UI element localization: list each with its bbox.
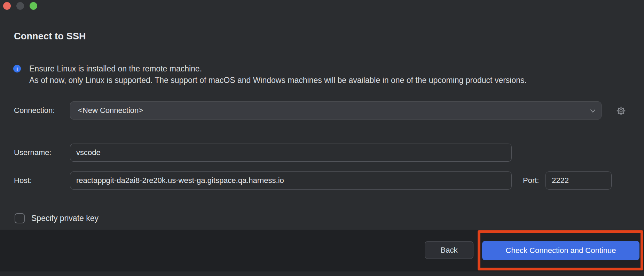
gear-icon bbox=[616, 106, 626, 117]
window-minimize-button[interactable] bbox=[16, 2, 24, 10]
window-close-button[interactable] bbox=[3, 2, 11, 10]
connection-dropdown-value: <New Connection> bbox=[70, 106, 143, 115]
check-connection-and-continue-button[interactable]: Check Connection and Continue bbox=[482, 241, 639, 260]
port-input[interactable] bbox=[545, 171, 612, 190]
username-label: Username: bbox=[14, 144, 52, 162]
port-label: Port: bbox=[523, 171, 539, 190]
info-line-2: As of now, only Linux is supported. The … bbox=[29, 75, 527, 86]
connection-dropdown[interactable]: <New Connection> bbox=[70, 101, 602, 120]
connection-label: Connection: bbox=[14, 101, 55, 120]
host-label: Host: bbox=[14, 171, 32, 190]
username-input[interactable] bbox=[70, 144, 512, 162]
info-line-1: Ensure Linux is installed on the remote … bbox=[29, 63, 527, 75]
chevron-down-icon bbox=[589, 107, 596, 114]
host-input[interactable] bbox=[70, 171, 512, 190]
window-bottom-edge bbox=[0, 271, 644, 276]
specify-private-key-label: Specify private key bbox=[31, 213, 99, 224]
connection-settings-button[interactable] bbox=[616, 106, 626, 117]
info-banner: Ensure Linux is installed on the remote … bbox=[29, 63, 527, 86]
page-title: Connect to SSH bbox=[14, 31, 86, 42]
window-zoom-button[interactable] bbox=[30, 2, 37, 10]
specify-private-key-checkbox[interactable] bbox=[15, 213, 25, 223]
info-icon: i bbox=[13, 65, 21, 72]
back-button[interactable]: Back bbox=[425, 241, 473, 259]
